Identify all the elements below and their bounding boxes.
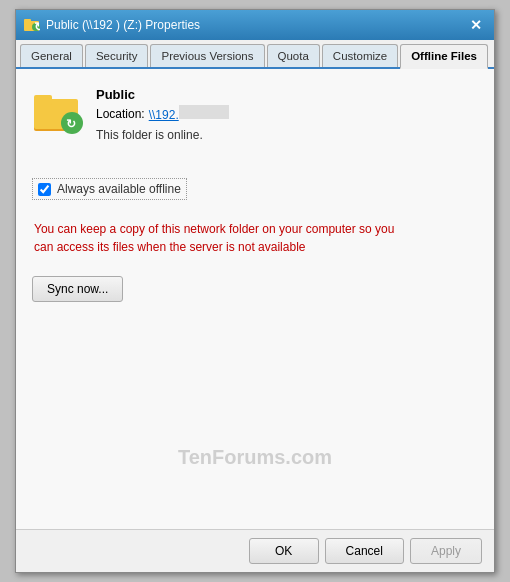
- folder-header: ↻ Public Location: \\192. This folder is…: [32, 85, 478, 142]
- tab-previous-versions[interactable]: Previous Versions: [150, 44, 264, 67]
- svg-rect-6: [34, 95, 52, 105]
- content-area: ↻ Public Location: \\192. This folder is…: [16, 69, 494, 529]
- tab-general[interactable]: General: [20, 44, 83, 67]
- always-available-offline-checkbox[interactable]: [38, 183, 51, 196]
- location-value[interactable]: \\192.: [149, 105, 229, 122]
- properties-window: ↻ Public (\\192 ) (Z:) Properties ✕ Gene…: [15, 9, 495, 573]
- cancel-button[interactable]: Cancel: [325, 538, 404, 564]
- tab-offline-files[interactable]: Offline Files: [400, 44, 488, 69]
- watermark: TenForums.com: [178, 446, 332, 469]
- title-bar: ↻ Public (\\192 ) (Z:) Properties ✕: [16, 10, 494, 40]
- apply-button[interactable]: Apply: [410, 538, 482, 564]
- folder-icon: ↻: [32, 85, 84, 137]
- tab-customize[interactable]: Customize: [322, 44, 398, 67]
- folder-status: This folder is online.: [96, 128, 229, 142]
- svg-text:↻: ↻: [66, 117, 76, 131]
- close-button[interactable]: ✕: [466, 15, 486, 35]
- folder-info: Public Location: \\192. This folder is o…: [96, 85, 229, 142]
- location-label: Location:: [96, 107, 145, 121]
- svg-text:↻: ↻: [34, 20, 40, 34]
- ok-button[interactable]: OK: [249, 538, 319, 564]
- always-available-offline-label[interactable]: Always available offline: [32, 178, 187, 200]
- title-text: Public (\\192 ) (Z:) Properties: [46, 18, 200, 32]
- tab-bar: General Security Previous Versions Quota…: [16, 40, 494, 69]
- bottom-bar: OK Cancel Apply: [16, 529, 494, 572]
- title-bar-left: ↻ Public (\\192 ) (Z:) Properties: [24, 17, 200, 33]
- folder-icon-area: ↻: [32, 85, 84, 137]
- tab-security[interactable]: Security: [85, 44, 149, 67]
- always-available-offline-text: Always available offline: [57, 182, 181, 196]
- svg-rect-1: [24, 19, 31, 24]
- title-folder-icon: ↻: [24, 17, 40, 33]
- offline-info-text: You can keep a copy of this network fold…: [34, 220, 414, 256]
- tab-quota[interactable]: Quota: [267, 44, 320, 67]
- sync-now-button[interactable]: Sync now...: [32, 276, 123, 302]
- folder-location: Location: \\192.: [96, 105, 229, 122]
- folder-name: Public: [96, 87, 229, 102]
